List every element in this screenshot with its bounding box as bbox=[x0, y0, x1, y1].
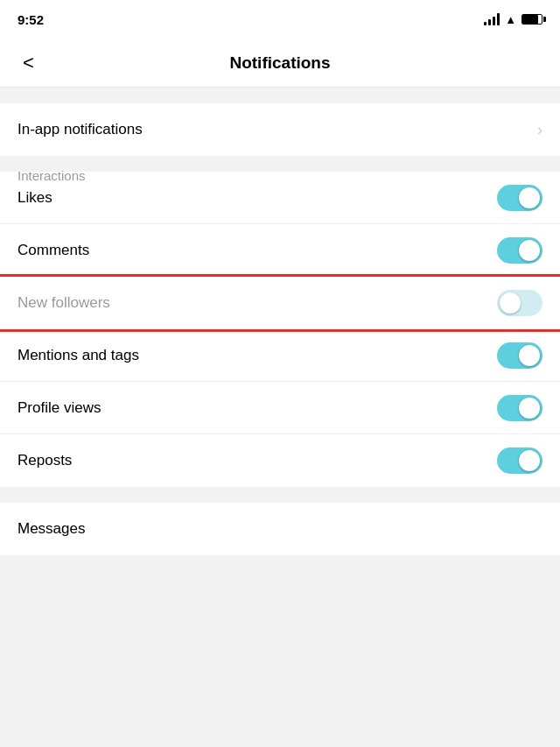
status-icons: ▲ bbox=[484, 13, 542, 26]
new-followers-item: New followers bbox=[0, 277, 560, 329]
in-app-notifications-item[interactable]: In-app notifications › bbox=[0, 103, 560, 156]
mentions-and-tags-label: Mentions and tags bbox=[18, 347, 139, 364]
mentions-and-tags-toggle[interactable] bbox=[497, 342, 542, 369]
signal-icon bbox=[484, 13, 500, 25]
page-title: Notifications bbox=[229, 53, 330, 73]
comments-toggle-knob bbox=[519, 240, 540, 261]
interactions-list: Likes Comments New followers Mentions an… bbox=[0, 172, 560, 487]
header: < Notifications bbox=[0, 39, 560, 88]
gap-1 bbox=[0, 88, 560, 103]
mentions-and-tags-toggle-knob bbox=[519, 345, 540, 366]
mentions-and-tags-item: Mentions and tags bbox=[0, 329, 560, 382]
status-time: 9:52 bbox=[18, 12, 44, 27]
messages-partial-label: Messages bbox=[18, 520, 85, 538]
profile-views-item: Profile views bbox=[0, 382, 560, 434]
comments-toggle[interactable] bbox=[497, 237, 542, 264]
wifi-icon: ▲ bbox=[505, 13, 516, 26]
reposts-item: Reposts bbox=[0, 434, 560, 487]
messages-partial: Messages bbox=[0, 503, 560, 555]
gap-2: Interactions bbox=[0, 156, 560, 172]
gap-3 bbox=[0, 487, 560, 503]
messages-partial-item: Messages bbox=[0, 503, 560, 555]
battery-icon bbox=[522, 14, 542, 25]
likes-label: Likes bbox=[18, 189, 52, 207]
comments-label: Comments bbox=[18, 242, 89, 259]
back-button[interactable]: < bbox=[16, 46, 41, 80]
in-app-section: In-app notifications › bbox=[0, 103, 560, 156]
likes-toggle-knob bbox=[519, 187, 540, 208]
new-followers-label: New followers bbox=[18, 294, 110, 312]
profile-views-toggle-knob bbox=[519, 398, 540, 419]
comments-item: Comments bbox=[0, 224, 560, 277]
reposts-toggle[interactable] bbox=[497, 447, 542, 474]
in-app-notifications-label: In-app notifications bbox=[18, 121, 143, 138]
chevron-right-icon: › bbox=[537, 121, 542, 139]
new-followers-toggle[interactable] bbox=[497, 290, 542, 316]
status-bar: 9:52 ▲ bbox=[0, 0, 560, 39]
likes-toggle[interactable] bbox=[497, 185, 542, 211]
reposts-label: Reposts bbox=[18, 452, 72, 469]
new-followers-toggle-knob bbox=[500, 292, 521, 314]
reposts-toggle-knob bbox=[519, 450, 540, 471]
profile-views-label: Profile views bbox=[18, 399, 101, 417]
profile-views-toggle[interactable] bbox=[497, 395, 542, 421]
